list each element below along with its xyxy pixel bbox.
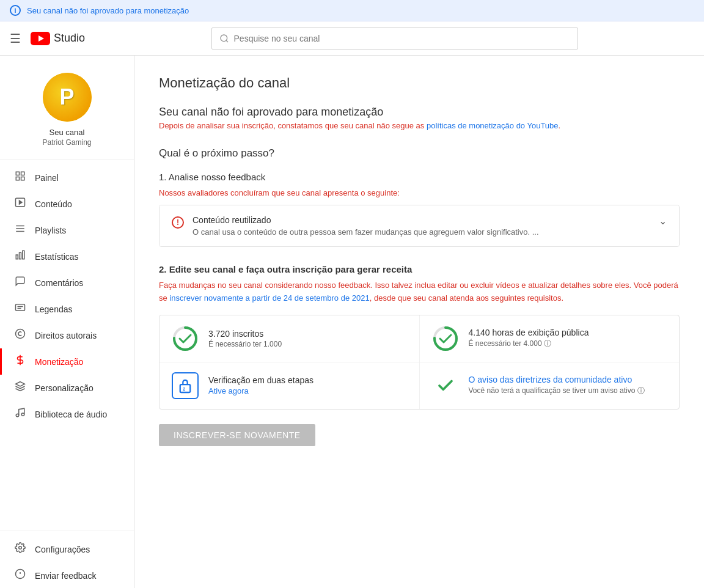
feedback-title: Conteúdo reutilizado xyxy=(193,215,650,225)
req-inscritos-main: 3.720 inscritos xyxy=(208,329,282,339)
comentarios-label: Comentários xyxy=(35,278,83,288)
estatisticas-label: Estatísticas xyxy=(35,252,79,262)
req-cell-verificacao: 2 Verificação em duas etapas Ative agora xyxy=(160,362,420,409)
feedback-desc: O canal usa o conteúdo de outra pessoa s… xyxy=(193,227,650,237)
svg-point-21 xyxy=(16,414,19,417)
step2-resubscribe-link[interactable]: inscrever novamente a partir de 24 de se… xyxy=(169,293,369,303)
search-bar xyxy=(211,28,578,50)
notification-text: Seu canal não foi aprovado para monetiza… xyxy=(27,6,189,15)
personalizacao-label: Personalização xyxy=(35,383,94,393)
estatisticas-icon xyxy=(14,249,26,263)
sidebar-item-configuracoes[interactable]: Configurações xyxy=(0,536,134,562)
svg-rect-16 xyxy=(16,304,25,311)
expand-icon[interactable]: ⌄ xyxy=(659,215,667,227)
sidebar-item-conteudo[interactable]: Conteúdo xyxy=(0,191,134,217)
sidebar-item-feedback[interactable]: Enviar feedback xyxy=(0,562,134,588)
channel-name: Seu canal xyxy=(50,128,85,137)
step2-desc-part2: , desde que seu canal atenda aos seguint… xyxy=(370,293,563,303)
monetizacao-icon xyxy=(14,355,26,369)
svg-point-22 xyxy=(21,413,24,416)
req-verificacao-text: Verificação em duas etapas Ative agora xyxy=(208,375,314,395)
req-row-2: 2 Verificação em duas etapas Ative agora xyxy=(160,362,679,409)
step1-sub: Nossos avaliadores concluíram que seu ca… xyxy=(159,188,680,197)
error-icon: ! xyxy=(172,216,184,229)
header: ☰ Studio xyxy=(0,21,704,56)
rejection-desc: Depois de analisar sua inscrição, consta… xyxy=(159,121,680,130)
rejection-desc-prefix: Depois de analisar sua inscrição, consta… xyxy=(159,121,427,130)
svg-rect-15 xyxy=(23,251,24,259)
conteudo-icon xyxy=(14,197,26,211)
main-content: Monetização do canal Seu canal não foi a… xyxy=(134,56,704,588)
legendas-icon xyxy=(14,302,26,316)
sidebar-item-direitos[interactable]: Direitos autorais xyxy=(0,322,134,348)
svg-rect-5 xyxy=(21,172,24,175)
info-icon: i xyxy=(10,5,21,16)
sidebar-item-monetizacao[interactable]: Monetização xyxy=(0,348,134,375)
svg-marker-9 xyxy=(20,200,23,204)
playlists-label: Playlists xyxy=(35,226,66,235)
rejection-desc-suffix: . xyxy=(559,121,561,130)
req-horas-text: 4.140 horas de exibição pública É necess… xyxy=(469,328,589,349)
page-title: Monetização do canal xyxy=(159,75,680,91)
sidebar-item-painel[interactable]: Painel xyxy=(0,164,134,191)
svg-rect-4 xyxy=(16,172,19,175)
svg-line-3 xyxy=(226,40,228,42)
sidebar-item-personalizacao[interactable]: Personalização xyxy=(0,375,134,401)
step1-heading: 1. Analise nosso feedback xyxy=(159,172,680,182)
rejection-link[interactable]: políticas de monetização do YouTube xyxy=(427,121,559,130)
search-input[interactable] xyxy=(234,34,570,43)
channel-handle: Patriot Gaming xyxy=(42,138,91,147)
avatar-letter: P xyxy=(59,84,74,110)
req-cell-inscritos: 3.720 inscritos É necessário ter 1.000 xyxy=(160,315,420,362)
req-verificacao-sub: Ative agora xyxy=(208,386,314,395)
personalizacao-icon xyxy=(14,381,26,395)
lock-icon: 2 xyxy=(172,372,199,399)
svg-rect-6 xyxy=(16,177,19,180)
req-cell-horas: 4.140 horas de exibição pública É necess… xyxy=(420,315,680,362)
step2-desc: Faça mudanças no seu canal considerando … xyxy=(159,279,680,305)
svg-point-23 xyxy=(19,546,22,549)
painel-icon xyxy=(14,171,26,185)
biblioteca-label: Biblioteca de áudio xyxy=(35,410,107,419)
legendas-label: Legendas xyxy=(35,304,73,314)
horas-progress-icon xyxy=(432,325,459,352)
sidebar-item-legendas[interactable]: Legendas xyxy=(0,296,134,322)
feedback-label: Enviar feedback xyxy=(35,571,96,581)
monetizacao-label: Monetização xyxy=(35,357,83,367)
channel-avatar: P xyxy=(43,73,92,122)
subscribe-button[interactable]: INSCREVER-SE NOVAMENTE xyxy=(159,424,315,446)
menu-icon[interactable]: ☰ xyxy=(10,31,21,46)
svg-point-2 xyxy=(221,35,227,42)
svg-point-19 xyxy=(16,329,25,339)
req-inscritos-sub: É necessário ter 1.000 xyxy=(208,340,282,348)
sidebar-item-comentarios[interactable]: Comentários xyxy=(0,270,134,296)
req-inscritos-text: 3.720 inscritos É necessário ter 1.000 xyxy=(208,329,282,348)
req-horas-main: 4.140 horas de exibição pública xyxy=(469,328,589,337)
inscritos-progress-icon xyxy=(172,325,199,352)
conteudo-label: Conteúdo xyxy=(35,199,72,209)
req-aviso-text: O aviso das diretrizes da comunidade ati… xyxy=(469,375,645,396)
notification-bar: i Seu canal não foi aprovado para moneti… xyxy=(0,0,704,21)
svg-rect-7 xyxy=(21,177,24,180)
next-steps-title: Qual é o próximo passo? xyxy=(159,147,680,160)
studio-text: Studio xyxy=(54,32,85,45)
error-circle: ! xyxy=(172,216,184,229)
configuracoes-label: Configurações xyxy=(35,545,90,554)
painel-label: Painel xyxy=(35,173,59,183)
ativar-link[interactable]: Ative agora xyxy=(208,386,249,395)
logo: Studio xyxy=(31,32,85,45)
req-aviso-main: O aviso das diretrizes da comunidade ati… xyxy=(469,375,645,384)
biblioteca-icon xyxy=(14,407,26,421)
svg-rect-13 xyxy=(16,255,18,259)
sidebar-item-estatisticas[interactable]: Estatísticas xyxy=(0,243,134,270)
rejection-title: Seu canal não foi aprovado para monetiza… xyxy=(159,106,680,119)
sidebar-item-playlists[interactable]: Playlists xyxy=(0,217,134,243)
req-cell-aviso: O aviso das diretrizes da comunidade ati… xyxy=(420,362,680,409)
requirements-card: 3.720 inscritos É necessário ter 1.000 4… xyxy=(159,315,680,410)
comentarios-icon xyxy=(14,276,26,290)
sidebar-item-biblioteca[interactable]: Biblioteca de áudio xyxy=(0,401,134,427)
aviso-check-icon xyxy=(432,372,459,399)
req-verificacao-main: Verificação em duas etapas xyxy=(208,375,314,385)
direitos-label: Direitos autorais xyxy=(35,331,97,340)
direitos-icon xyxy=(14,328,26,342)
